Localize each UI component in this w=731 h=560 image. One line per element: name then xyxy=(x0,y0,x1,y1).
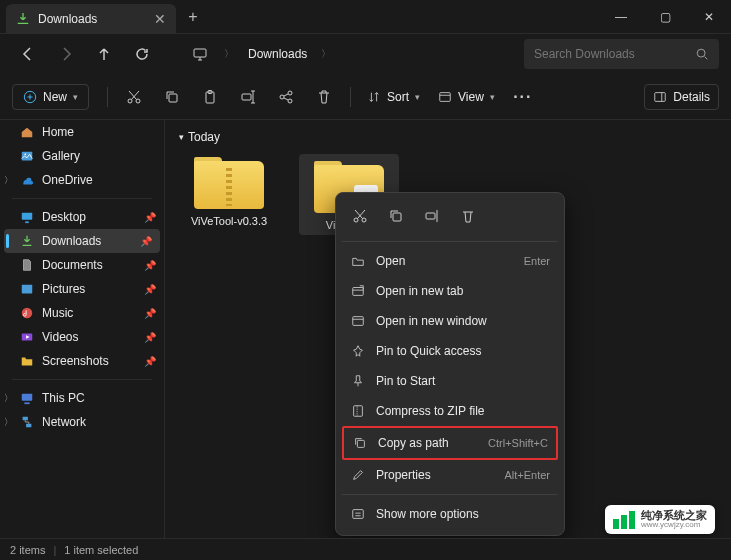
svg-rect-8 xyxy=(242,94,251,100)
maximize-button[interactable]: ▢ xyxy=(643,0,687,33)
svg-point-25 xyxy=(362,218,366,222)
status-item-count: 2 items xyxy=(10,544,45,556)
more-button[interactable]: ··· xyxy=(505,81,541,113)
svg-point-10 xyxy=(280,95,284,99)
ctx-open-new-tab[interactable]: Open in new tab xyxy=(342,276,558,306)
delete-button[interactable] xyxy=(306,81,342,113)
breadcrumb-separator: 〉 xyxy=(222,47,236,61)
location-monitor-icon[interactable] xyxy=(184,38,216,70)
sidebar-item-thispc[interactable]: 〉 This PC xyxy=(0,386,164,410)
sidebar-item-documents[interactable]: Documents 📌 xyxy=(0,253,164,277)
minimize-button[interactable]: — xyxy=(599,0,643,33)
svg-rect-31 xyxy=(357,440,364,447)
sidebar-item-network[interactable]: 〉 Network xyxy=(0,410,164,434)
context-menu: Open Enter Open in new tab Open in new w… xyxy=(335,192,565,536)
sidebar-item-home[interactable]: Home xyxy=(0,120,164,144)
pin-icon: 📌 xyxy=(144,308,156,319)
back-button[interactable] xyxy=(12,38,44,70)
ctx-properties[interactable]: Properties Alt+Enter xyxy=(342,460,558,490)
paste-button[interactable] xyxy=(192,81,228,113)
file-name: ViVeTool-v0.3.3 xyxy=(191,215,267,227)
copy-button[interactable] xyxy=(154,81,190,113)
svg-rect-28 xyxy=(353,288,364,296)
chevron-down-icon: ▾ xyxy=(179,132,184,142)
search-box[interactable] xyxy=(524,39,719,69)
nav-bar: 〉 Downloads 〉 xyxy=(0,34,731,74)
ctx-open-new-window[interactable]: Open in new window xyxy=(342,306,558,336)
ctx-pin-start[interactable]: Pin to Start xyxy=(342,366,558,396)
status-selected-count: 1 item selected xyxy=(64,544,138,556)
ctx-rename-button[interactable] xyxy=(416,201,448,231)
close-tab-icon[interactable]: ✕ xyxy=(154,11,166,27)
close-window-button[interactable]: ✕ xyxy=(687,0,731,33)
svg-rect-13 xyxy=(655,92,666,101)
watermark-logo-icon xyxy=(613,511,635,529)
svg-point-3 xyxy=(128,99,132,103)
sidebar: Home Gallery 〉 OneDrive Desktop 📌 Downlo… xyxy=(0,120,165,538)
sidebar-item-videos[interactable]: Videos 📌 xyxy=(0,325,164,349)
breadcrumb-downloads[interactable]: Downloads xyxy=(242,45,313,63)
music-icon xyxy=(20,306,34,320)
up-button[interactable] xyxy=(88,38,120,70)
sidebar-item-pictures[interactable]: Pictures 📌 xyxy=(0,277,164,301)
sidebar-item-screenshots[interactable]: Screenshots 📌 xyxy=(0,349,164,373)
svg-rect-5 xyxy=(169,94,177,102)
group-header-today[interactable]: ▾ Today xyxy=(179,130,717,144)
sidebar-item-desktop[interactable]: Desktop 📌 xyxy=(0,205,164,229)
svg-rect-29 xyxy=(353,317,364,326)
home-icon xyxy=(20,125,34,139)
ctx-show-more-options[interactable]: Show more options xyxy=(342,499,558,529)
status-bar: 2 items | 1 item selected xyxy=(0,538,731,560)
pin-icon: 📌 xyxy=(140,236,152,247)
refresh-button[interactable] xyxy=(126,38,158,70)
file-item-zip[interactable]: ViVeTool-v0.3.3 xyxy=(179,154,279,235)
svg-rect-16 xyxy=(22,213,33,220)
view-button[interactable]: View ▾ xyxy=(430,85,503,109)
view-icon xyxy=(438,90,452,104)
ctx-cut-button[interactable] xyxy=(344,201,376,231)
svg-point-15 xyxy=(24,153,26,155)
forward-button[interactable] xyxy=(50,38,82,70)
ctx-copy-as-path[interactable]: Copy as path Ctrl+Shift+C xyxy=(342,426,558,460)
toolbar: New ▾ Sort ▾ View ▾ ··· Details xyxy=(0,74,731,120)
ctx-copy-button[interactable] xyxy=(380,201,412,231)
svg-point-24 xyxy=(354,218,358,222)
new-button[interactable]: New ▾ xyxy=(12,84,89,110)
tab-title: Downloads xyxy=(38,12,97,26)
sidebar-item-gallery[interactable]: Gallery xyxy=(0,144,164,168)
pin-icon: 📌 xyxy=(144,260,156,271)
svg-rect-27 xyxy=(426,213,435,219)
sort-label: Sort xyxy=(387,90,409,104)
share-button[interactable] xyxy=(268,81,304,113)
sort-button[interactable]: Sort ▾ xyxy=(359,85,428,109)
window-tab[interactable]: Downloads ✕ xyxy=(6,4,176,33)
ctx-pin-quick-access[interactable]: Pin to Quick access xyxy=(342,336,558,366)
svg-point-11 xyxy=(288,99,292,103)
new-label: New xyxy=(43,90,67,104)
rename-button[interactable] xyxy=(230,81,266,113)
ctx-open[interactable]: Open Enter xyxy=(342,246,558,276)
details-pane-button[interactable]: Details xyxy=(644,84,719,110)
sidebar-item-onedrive[interactable]: 〉 OneDrive xyxy=(0,168,164,192)
videos-icon xyxy=(20,330,34,344)
pictures-icon xyxy=(20,282,34,296)
newwindow-icon xyxy=(350,313,366,329)
search-input[interactable] xyxy=(534,47,687,61)
properties-icon xyxy=(350,467,366,483)
chevron-right-icon: 〉 xyxy=(4,392,13,405)
watermark: 纯净系统之家 www.ycwjzy.com xyxy=(605,505,715,534)
svg-rect-32 xyxy=(353,510,364,519)
search-icon xyxy=(695,47,709,61)
ctx-compress-zip[interactable]: Compress to ZIP file xyxy=(342,396,558,426)
svg-rect-22 xyxy=(26,424,31,428)
copypath-icon xyxy=(352,435,368,451)
sidebar-item-music[interactable]: Music 📌 xyxy=(0,301,164,325)
ctx-delete-button[interactable] xyxy=(452,201,484,231)
sidebar-item-downloads[interactable]: Downloads 📌 xyxy=(4,229,160,253)
add-tab-button[interactable]: + xyxy=(176,0,210,33)
chevron-down-icon: ▾ xyxy=(490,92,495,102)
cut-button[interactable] xyxy=(116,81,152,113)
svg-rect-0 xyxy=(194,49,206,57)
pin-icon xyxy=(350,343,366,359)
svg-rect-30 xyxy=(354,406,363,417)
